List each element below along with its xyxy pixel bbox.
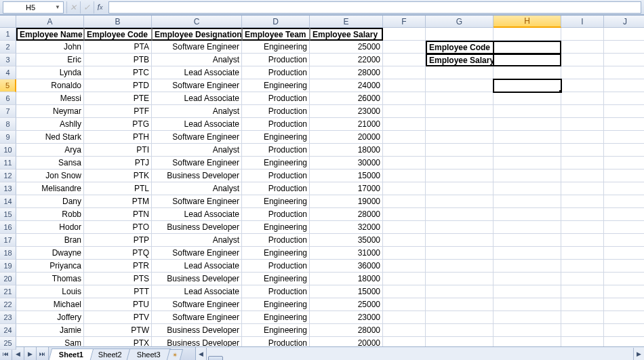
- cell-A19[interactable]: Priyanca: [16, 260, 84, 273]
- cell-G19[interactable]: [426, 260, 494, 273]
- cell-A1[interactable]: Employee Name: [16, 28, 84, 41]
- cell-D7[interactable]: Production: [242, 105, 310, 118]
- row-header-14[interactable]: 14: [0, 195, 16, 208]
- cell-B22[interactable]: PTU: [84, 298, 152, 311]
- cell-A15[interactable]: Robb: [16, 208, 84, 221]
- cell-G3[interactable]: Employee Salary: [426, 54, 494, 66]
- cell-D14[interactable]: Engineering: [242, 195, 310, 208]
- cell-D16[interactable]: Engineering: [242, 221, 310, 234]
- cell-F21[interactable]: [383, 285, 426, 298]
- cell-B21[interactable]: PTT: [84, 285, 152, 298]
- cell-E5[interactable]: 24000: [310, 79, 383, 92]
- cell-G15[interactable]: [426, 208, 494, 221]
- cell-D24[interactable]: Engineering: [242, 324, 310, 337]
- scroll-left-icon[interactable]: ◀: [196, 348, 207, 360]
- cell-H21[interactable]: [494, 285, 561, 298]
- cell-I10[interactable]: [561, 144, 604, 157]
- cell-F5[interactable]: [383, 79, 426, 92]
- cell-B16[interactable]: PTO: [84, 221, 152, 234]
- cell-G21[interactable]: [426, 285, 494, 298]
- cell-H24[interactable]: [494, 324, 561, 337]
- cell-F18[interactable]: [383, 247, 426, 260]
- cell-C12[interactable]: Business Developer: [152, 169, 242, 182]
- cells-area[interactable]: Employee NameEmployee CodeEmployee Desig…: [16, 28, 644, 346]
- cell-B2[interactable]: PTA: [84, 41, 152, 54]
- col-header-F[interactable]: F: [383, 16, 426, 28]
- cell-C20[interactable]: Business Developer: [152, 273, 242, 285]
- cell-E12[interactable]: 15000: [310, 169, 383, 182]
- cell-C5[interactable]: Software Engineer: [152, 79, 242, 92]
- cell-E2[interactable]: 25000: [310, 41, 383, 54]
- cell-G7[interactable]: [426, 105, 494, 118]
- cell-G1[interactable]: [426, 28, 494, 41]
- cell-C22[interactable]: Software Engineer: [152, 298, 242, 311]
- cell-H16[interactable]: [494, 221, 561, 234]
- cell-J12[interactable]: [604, 169, 644, 182]
- cell-A5[interactable]: Ronaldo: [16, 79, 84, 92]
- name-box[interactable]: H5 ▼: [3, 1, 64, 14]
- cell-C1[interactable]: Employee Designation: [152, 28, 242, 41]
- cell-A17[interactable]: Bran: [16, 234, 84, 247]
- cell-E24[interactable]: 28000: [310, 324, 383, 337]
- cell-C15[interactable]: Lead Associate: [152, 208, 242, 221]
- cell-I14[interactable]: [561, 195, 604, 208]
- cell-I13[interactable]: [561, 182, 604, 195]
- cell-H1[interactable]: [494, 28, 561, 41]
- row-header-17[interactable]: 17: [0, 234, 16, 247]
- enter-icon[interactable]: ✓: [80, 1, 92, 14]
- cell-H9[interactable]: [494, 131, 561, 144]
- cell-G18[interactable]: [426, 247, 494, 260]
- cell-B10[interactable]: PTI: [84, 144, 152, 157]
- cell-F14[interactable]: [383, 195, 426, 208]
- cell-F17[interactable]: [383, 234, 426, 247]
- cell-B19[interactable]: PTR: [84, 260, 152, 273]
- cell-H14[interactable]: [494, 195, 561, 208]
- cell-E8[interactable]: 21000: [310, 118, 383, 131]
- cell-B5[interactable]: PTD: [84, 79, 152, 92]
- row-header-7[interactable]: 7: [0, 105, 16, 118]
- cell-B12[interactable]: PTK: [84, 169, 152, 182]
- cell-D11[interactable]: Engineering: [242, 157, 310, 169]
- cell-I3[interactable]: [561, 54, 604, 66]
- cell-J13[interactable]: [604, 182, 644, 195]
- cell-F12[interactable]: [383, 169, 426, 182]
- cell-B4[interactable]: PTC: [84, 66, 152, 79]
- cell-D19[interactable]: Production: [242, 260, 310, 273]
- cell-H10[interactable]: [494, 144, 561, 157]
- cell-A3[interactable]: Eric: [16, 54, 84, 66]
- cell-J9[interactable]: [604, 131, 644, 144]
- cell-H2[interactable]: [494, 41, 561, 54]
- cell-H17[interactable]: [494, 234, 561, 247]
- cell-J6[interactable]: [604, 92, 644, 105]
- cell-C18[interactable]: Software Engineer: [152, 247, 242, 260]
- cell-J8[interactable]: [604, 118, 644, 131]
- cell-F10[interactable]: [383, 144, 426, 157]
- cell-G13[interactable]: [426, 182, 494, 195]
- cell-D18[interactable]: Engineering: [242, 247, 310, 260]
- row-header-12[interactable]: 12: [0, 169, 16, 182]
- cell-F16[interactable]: [383, 221, 426, 234]
- cell-A22[interactable]: Michael: [16, 298, 84, 311]
- cell-J11[interactable]: [604, 157, 644, 169]
- cell-D20[interactable]: Engineering: [242, 273, 310, 285]
- cell-C24[interactable]: Business Developer: [152, 324, 242, 337]
- cell-F11[interactable]: [383, 157, 426, 169]
- cell-J3[interactable]: [604, 54, 644, 66]
- cell-C11[interactable]: Software Engineer: [152, 157, 242, 169]
- cell-J23[interactable]: [604, 311, 644, 324]
- cell-I4[interactable]: [561, 66, 604, 79]
- cell-A14[interactable]: Dany: [16, 195, 84, 208]
- cell-I9[interactable]: [561, 131, 604, 144]
- cell-B15[interactable]: PTN: [84, 208, 152, 221]
- row-header-16[interactable]: 16: [0, 221, 16, 234]
- cell-E11[interactable]: 30000: [310, 157, 383, 169]
- cell-H8[interactable]: [494, 118, 561, 131]
- cell-A9[interactable]: Ned Stark: [16, 131, 84, 144]
- cell-D6[interactable]: Production: [242, 92, 310, 105]
- cell-I16[interactable]: [561, 221, 604, 234]
- cell-F19[interactable]: [383, 260, 426, 273]
- row-header-4[interactable]: 4: [0, 66, 16, 79]
- cell-D15[interactable]: Production: [242, 208, 310, 221]
- cell-E1[interactable]: Employee Salary: [310, 28, 383, 41]
- cell-A2[interactable]: John: [16, 41, 84, 54]
